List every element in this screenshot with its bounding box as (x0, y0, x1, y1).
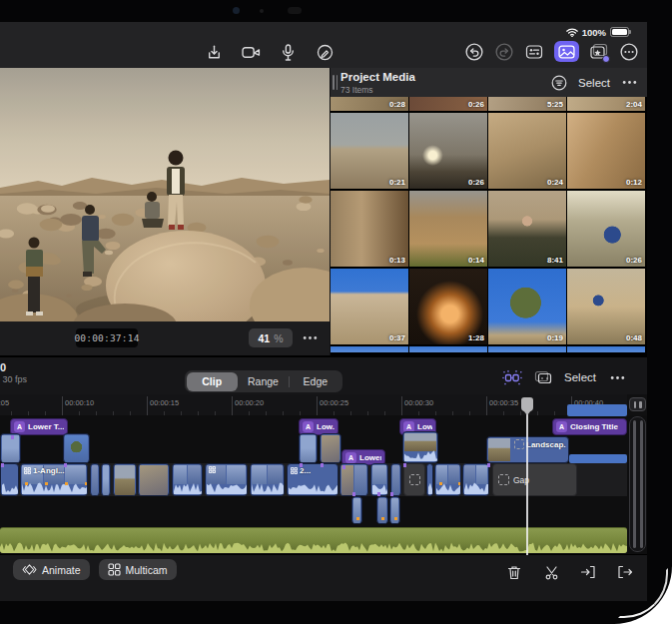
microphone-button[interactable] (278, 42, 298, 62)
ruler-major-tick (401, 396, 402, 415)
timeline-zoom-button[interactable] (629, 397, 646, 411)
grid-icon (291, 467, 298, 474)
timeline-clip[interactable] (138, 463, 170, 496)
title-icon: A (556, 421, 567, 432)
connected-below-clip[interactable] (351, 496, 362, 524)
media-thumbnail[interactable] (331, 346, 408, 352)
timeline-clip[interactable] (101, 463, 111, 496)
connection-stem (64, 463, 67, 467)
tab-range[interactable]: Range (238, 372, 289, 391)
media-thumbnail[interactable]: 0:14 (409, 191, 487, 267)
magic-icon (502, 370, 522, 385)
media-thumbnail[interactable]: 0:13 (331, 191, 408, 267)
clip-duration: 0:48 (626, 333, 642, 342)
filter-button[interactable] (549, 73, 569, 93)
media-select-button[interactable]: Select (578, 77, 610, 89)
timeline-clip[interactable] (434, 463, 461, 496)
audio-clip[interactable] (0, 527, 627, 553)
media-thumbnail[interactable]: 0:28 (331, 97, 408, 111)
ruler-timecode-label: 00:00:20 (235, 398, 264, 407)
connected-clip[interactable] (63, 433, 90, 463)
media-thumbnail[interactable]: 5:25 (488, 97, 566, 111)
timeline-more-button[interactable] (607, 367, 627, 387)
ruler-timecode-label: 00:00:30 (404, 398, 433, 407)
clip-duration: 0:26 (468, 178, 484, 187)
blade-button[interactable] (541, 562, 561, 582)
clip-overlap-button[interactable] (533, 367, 553, 387)
timeline-clip[interactable] (90, 463, 100, 496)
overwrite-button[interactable] (615, 562, 635, 582)
timeline-clip[interactable] (462, 463, 489, 496)
trash-button[interactable] (504, 562, 524, 582)
timeline-scrollbar[interactable] (629, 416, 646, 552)
media-thumbnail[interactable]: 0:21 (331, 113, 408, 189)
media-thumbnail[interactable] (488, 346, 566, 352)
media-thumbnail[interactable]: 0:26 (409, 97, 487, 111)
connected-bar[interactable] (567, 404, 627, 416)
playhead-handle[interactable] (521, 397, 533, 411)
title-clip[interactable]: AClosing Title (552, 418, 627, 435)
timeline-clip[interactable] (0, 463, 19, 496)
connection-stem (321, 463, 324, 467)
more-button[interactable] (619, 42, 639, 62)
timeline-ruler[interactable]: 00:00:0500:00:1000:00:1500:00:2000:00:25… (0, 394, 627, 416)
connected-below-clip[interactable] (376, 496, 388, 524)
clips-button[interactable] (589, 42, 609, 62)
inspector-button[interactable] (524, 42, 544, 62)
connected-bar[interactable] (569, 454, 627, 463)
connected-clip[interactable] (299, 433, 318, 463)
import-button[interactable] (204, 42, 224, 62)
pencil-button[interactable] (315, 42, 335, 62)
media-thumbnail[interactable] (409, 346, 487, 352)
connection-stem (1, 463, 4, 467)
wifi-icon (566, 28, 578, 37)
connected-clip-landscape[interactable]: Landscap... (486, 436, 569, 463)
viewer-more-button[interactable] (300, 328, 320, 347)
tab-clip[interactable]: Clip (187, 372, 238, 391)
media-thumbnail[interactable]: 0:26 (409, 113, 487, 189)
media-thumbnail[interactable]: 0:37 (331, 269, 408, 344)
redo-button[interactable] (494, 42, 514, 62)
media-thumbnail[interactable]: 1:28 (409, 269, 487, 344)
media-thumbnail[interactable] (567, 346, 645, 352)
timeline-clip[interactable] (205, 463, 248, 496)
media-thumbnail[interactable]: 2:04 (567, 97, 645, 111)
animate-button[interactable]: Animate (13, 559, 90, 580)
gap-clip[interactable]: G (403, 463, 425, 496)
undo-button[interactable] (464, 42, 484, 62)
enhance-button[interactable] (502, 367, 522, 387)
timeline-clip[interactable] (426, 463, 433, 496)
media-thumbnail[interactable]: 0:19 (488, 269, 566, 344)
media-thumbnail[interactable]: 0:12 (567, 113, 645, 189)
sensor-pill (288, 7, 302, 14)
timeline-header: 0 · 30 fps ClipRangeEdge Select (0, 357, 647, 394)
media-browser-button[interactable] (554, 41, 579, 62)
media-thumbnail[interactable]: 0:26 (567, 191, 645, 267)
connected-clip[interactable] (402, 431, 438, 463)
media-more-button[interactable] (619, 73, 639, 93)
timeline-clip[interactable] (250, 463, 285, 496)
timeline-clip[interactable] (172, 463, 203, 496)
connection-stem (300, 463, 303, 467)
connected-clip[interactable] (320, 433, 341, 463)
camera-button[interactable] (241, 42, 261, 62)
ellipsis-icon (610, 375, 625, 380)
timeline-clip-multicam[interactable]: 2... (287, 463, 338, 496)
panel-drag-handle[interactable] (333, 75, 337, 90)
connection-stem (342, 465, 345, 469)
timeline-clip[interactable] (113, 463, 137, 496)
timeline-select-button[interactable]: Select (564, 371, 596, 383)
media-thumbnail[interactable]: 0:48 (567, 269, 645, 344)
gap-clip-label: G (424, 475, 425, 485)
tab-edge[interactable]: Edge (290, 372, 340, 391)
connected-below-clip[interactable] (389, 496, 400, 524)
gap-clip[interactable]: Gap (492, 463, 577, 496)
keyframe-marker (458, 482, 461, 485)
timeline-clip-multicam[interactable]: 1-Angl... (20, 463, 88, 496)
multicam-button[interactable]: Multicam (99, 559, 177, 580)
insert-button[interactable] (578, 562, 598, 582)
zoom-level-control[interactable]: 41 % (249, 328, 293, 347)
media-thumbnail[interactable]: 0:24 (488, 113, 566, 189)
media-thumbnail[interactable]: 8:41 (488, 191, 566, 267)
notification-dot (602, 55, 610, 63)
